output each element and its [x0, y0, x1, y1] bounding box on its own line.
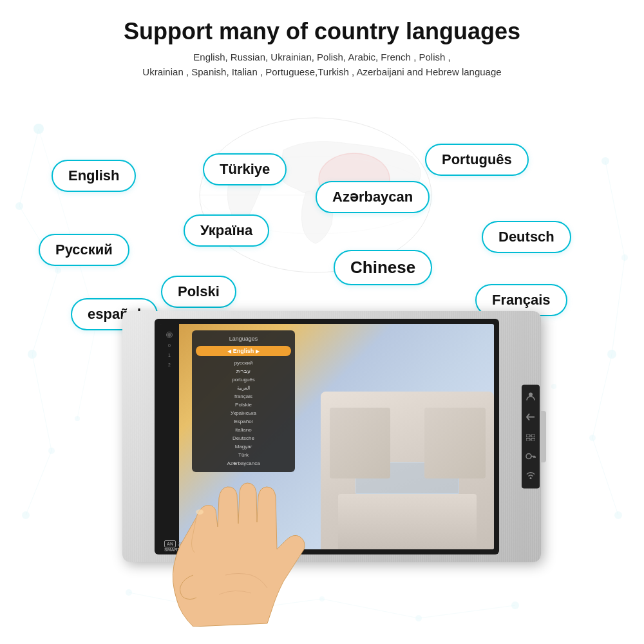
lang-item: italiano — [196, 426, 291, 433]
svg-rect-41 — [531, 435, 535, 437]
person-icon — [526, 392, 536, 404]
header-section: Support many of country languages Englis… — [0, 0, 644, 86]
bubble-english: English — [52, 160, 136, 192]
wifi-icon — [526, 471, 536, 482]
bubble-ukraina: Україна — [184, 214, 269, 247]
bubble-russian: Русский — [39, 234, 129, 266]
device-outer: 0 1 2 — [103, 298, 541, 575]
subtitle-line1: English, Russian, Ukrainian, Polish, Ara… — [39, 50, 605, 65]
indicator-0: 0 — [168, 343, 171, 348]
right-icons-panel — [522, 385, 540, 489]
key-icon — [526, 452, 536, 462]
svg-rect-43 — [531, 439, 535, 441]
svg-rect-40 — [526, 435, 530, 437]
svg-point-48 — [530, 477, 532, 479]
selected-language-display: ◀ English ▶ — [196, 346, 291, 356]
back-icon — [526, 413, 536, 424]
left-arrow: ◀ — [227, 348, 231, 354]
languages-title: Languages — [196, 336, 291, 342]
indicator-1: 1 — [168, 353, 171, 357]
lang-item: Español — [196, 418, 291, 425]
svg-point-49 — [196, 509, 204, 515]
sofa-area — [321, 392, 494, 549]
lang-item: français — [196, 393, 291, 400]
hand-container — [142, 446, 335, 627]
bubble-chinese: Chinese — [334, 250, 432, 285]
svg-point-44 — [526, 454, 531, 459]
bubble-azerbaycan: Azərbaycan — [316, 181, 430, 213]
svg-point-38 — [529, 393, 533, 397]
grid-icon — [526, 433, 536, 443]
lang-item: Українська — [196, 410, 291, 417]
lang-item: русский — [196, 359, 291, 366]
language-bubbles-area: English Русский español Türkiye Україна … — [0, 86, 644, 305]
selected-lang-text: English — [233, 348, 254, 354]
indicator-2: 2 — [168, 363, 171, 367]
lang-item: עברית — [196, 368, 291, 375]
page-title: Support many of country languages — [39, 18, 605, 45]
right-arrow: ▶ — [256, 348, 260, 354]
subtitle-line2: Ukrainian , Spanish, Italian , Portugues… — [39, 65, 605, 80]
lang-item: português — [196, 376, 291, 383]
lang-item: Polskie — [196, 401, 291, 408]
bubble-turkiye: Türkiye — [203, 153, 287, 185]
lang-item: العربية — [196, 384, 291, 392]
power-indicator — [166, 332, 173, 338]
device-section: 0 1 2 — [0, 298, 644, 575]
lang-item: Deutsche — [196, 435, 291, 442]
svg-rect-42 — [526, 439, 530, 441]
bubble-deutsch: Deutsch — [482, 221, 571, 253]
bubble-portugues: Português — [425, 144, 529, 176]
